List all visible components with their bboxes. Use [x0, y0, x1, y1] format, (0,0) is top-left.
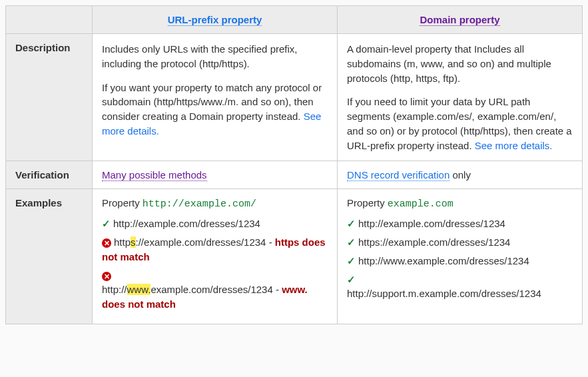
corner-cell — [6, 6, 93, 34]
examples-url-prefix: Property http://example.com/ ✓http://exa… — [93, 189, 338, 324]
example-property-value: example.com — [388, 198, 453, 210]
highlight-text: www. — [127, 284, 151, 295]
example-item: ✕ http://www.example.com/dresses/1234 - … — [102, 268, 328, 312]
url-prefix-property-link[interactable]: URL-prefix property — [168, 14, 262, 26]
check-icon: ✓ — [102, 218, 111, 229]
example-property-label: Property example.com — [347, 197, 573, 210]
desc-domain-p2: If you need to limit your data by URL pa… — [347, 95, 573, 153]
example-item: ✓http://example.com/dresses/1234 — [102, 216, 328, 231]
desc-url-prefix-p2: If you want your property to match any p… — [102, 81, 328, 139]
x-icon: ✕ — [102, 272, 111, 281]
row-description: Description Includes only URLs with the … — [6, 34, 583, 161]
check-icon: ✓ — [347, 218, 356, 229]
example-list-domain: ✓http://example.com/dresses/1234 ✓https:… — [347, 216, 573, 301]
verification-url-prefix: Many possible methods — [93, 161, 338, 189]
row-header-description: Description — [6, 34, 93, 161]
domain-property-link[interactable]: Domain property — [420, 14, 499, 26]
verification-domain: DNS record verification only — [338, 161, 583, 189]
x-icon: ✕ — [102, 238, 111, 248]
row-header-verification: Verification — [6, 161, 93, 189]
check-icon: ✓ — [347, 255, 356, 266]
description-domain: A domain-level property that Includes al… — [338, 34, 583, 161]
desc-domain-p1: A domain-level property that Includes al… — [347, 42, 573, 85]
example-item: ✕https://example.com/dresses/1234 - http… — [102, 235, 328, 264]
highlight-text: s — [131, 236, 136, 248]
example-item: ✓http://www.example.com/dresses/1234 — [347, 254, 573, 268]
comparison-table: URL-prefix property Domain property Desc… — [5, 5, 583, 324]
example-property-label: Property http://example.com/ — [102, 197, 328, 210]
examples-domain: Property example.com ✓http://example.com… — [338, 189, 583, 324]
example-list-url-prefix: ✓http://example.com/dresses/1234 ✕https:… — [102, 216, 328, 312]
example-property-value: http://example.com/ — [143, 198, 256, 210]
check-icon: ✓ — [347, 236, 356, 248]
row-examples: Examples Property http://example.com/ ✓h… — [6, 189, 583, 324]
row-header-examples: Examples — [6, 189, 93, 324]
desc-url-prefix-p1: Includes only URLs with the specified pr… — [102, 42, 328, 71]
example-item: ✓https://example.com/dresses/1234 — [347, 235, 573, 250]
verification-methods-link[interactable]: Many possible methods — [102, 169, 207, 181]
example-item: ✓http://example.com/dresses/1234 — [347, 216, 573, 231]
check-icon: ✓ — [347, 274, 356, 285]
column-header-domain: Domain property — [338, 6, 583, 34]
dns-verification-link[interactable]: DNS record verification — [347, 169, 449, 181]
see-more-link-domain[interactable]: See more details. — [475, 140, 553, 151]
description-url-prefix: Includes only URLs with the specified pr… — [93, 34, 338, 161]
example-item: ✓http://support.m.example.com/dresses/12… — [347, 272, 573, 302]
row-verification: Verification Many possible methods DNS r… — [6, 161, 583, 189]
column-header-url-prefix: URL-prefix property — [93, 6, 338, 34]
